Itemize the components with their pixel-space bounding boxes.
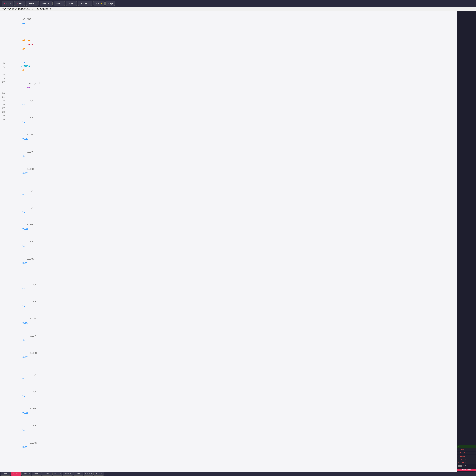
stop-label: Stop <box>6 2 11 5</box>
buffer-tab-2[interactable]: Buffer 2 <box>21 472 32 476</box>
code-line: play 64 <box>6 94 454 111</box>
code-content: 5 6 7 8 9 20 21 22 23 24 25 26 27 28 29 … <box>0 11 457 472</box>
code-line: sleep 0.25 <box>6 437 454 454</box>
buffer-tab-3[interactable]: Buffer 3 <box>32 472 42 476</box>
code-line: play 67 <box>6 295 454 312</box>
save-icon: ♡ <box>34 2 36 5</box>
code-line: play 64 <box>6 278 454 295</box>
buffer-tab-5[interactable]: Buffer 5 <box>52 472 63 476</box>
code-line: define :play_a do <box>6 34 454 56</box>
code-line: play 67 <box>6 111 454 128</box>
line-numbers: 5 6 7 8 9 20 21 22 23 24 25 26 27 28 29 … <box>0 13 6 470</box>
log-text: └ sy <box>458 446 462 448</box>
buffer-tabs: Buffer 0Buffer 1Buffer 2Buffer 3Buffer 4… <box>0 472 476 476</box>
size-plus-label: Size <box>68 2 73 5</box>
buffer-tab-9[interactable]: Buffer 9 <box>94 472 104 476</box>
stop-icon: ■ <box>4 2 5 5</box>
code-line <box>6 270 454 274</box>
scope-label: Scope <box>80 2 87 5</box>
log-item: ⇒ Stop <box>458 448 476 451</box>
plus-icon: + <box>73 2 75 5</box>
code-line: play 64 <box>6 184 454 201</box>
file-title: ひさびさ練習_20200815_2 _20200821_1 <box>1 8 51 11</box>
buffer-tab-1[interactable]: Buffer 1 <box>11 472 21 476</box>
minus-icon: − <box>61 2 63 5</box>
code-line: play 62 <box>6 146 454 163</box>
cue-box <box>458 465 462 467</box>
loop-line-label: Loop/line <box>462 469 471 471</box>
rec-icon: ● <box>17 2 18 5</box>
buffer-tab-8[interactable]: Buffer 8 <box>84 472 94 476</box>
code-line: sleep 0.25 <box>6 402 454 420</box>
info-label: Info <box>96 2 100 5</box>
info-button[interactable]: Info ★ <box>93 1 104 6</box>
code-line: use_synth :piano <box>6 77 454 94</box>
loop-line-button[interactable]: Loop/line <box>458 469 476 471</box>
code-line <box>6 364 454 368</box>
cue-label: Cue <box>463 465 466 467</box>
code-line: play 62 <box>6 236 454 253</box>
right-sidebar: └ sy ⇒ Stop ⇒ Stop/ ⇒ Compl ⇒ All ru ⇒ P… <box>457 11 476 472</box>
star-icon: ★ <box>100 2 102 5</box>
code-line: play 62 <box>6 330 454 347</box>
code-line <box>6 30 454 34</box>
code-line: sleep 0.25 <box>6 312 454 330</box>
save-button[interactable]: Save ♡ <box>26 1 39 6</box>
size-minus-label: Size <box>56 2 60 5</box>
help-button[interactable]: Help <box>105 1 115 6</box>
code-line: play 62 <box>6 420 454 437</box>
buffer-tab-0[interactable]: Buffer 0 <box>1 472 11 476</box>
code-line: sleep 0.25 <box>6 218 454 236</box>
size-minus-button[interactable]: Size − <box>53 1 65 6</box>
log-item: ⇒ Stop/ <box>458 452 476 454</box>
scope-button[interactable]: Scope 〜 <box>78 1 92 6</box>
code-editor[interactable]: 5 6 7 8 9 20 21 22 23 24 25 26 27 28 29 … <box>0 11 457 472</box>
load-label: Load <box>42 2 47 5</box>
load-button[interactable]: Load 🗂 <box>40 1 52 6</box>
log-text: ⇒ Stop <box>458 449 464 451</box>
buffer-tab-7[interactable]: Buffer 7 <box>73 472 83 476</box>
rec-label: Rec <box>18 2 23 5</box>
log-text: ⇒ Stop/ <box>458 452 465 454</box>
code-line: 2 .times do <box>6 56 454 77</box>
code-line: sleep 0.25 <box>6 128 454 146</box>
log-item: └ sy <box>458 445 476 448</box>
help-label: Help <box>108 2 113 5</box>
buffer-tab-4[interactable]: Buffer 4 <box>42 472 52 476</box>
log-item: ⇒ Pausin <box>458 461 476 464</box>
code-line <box>6 274 454 278</box>
code-line <box>6 180 454 184</box>
log-text: ⇒ All ru <box>458 459 466 460</box>
scope-icon: 〜 <box>88 2 90 5</box>
file-title-bar: ひさびさ練習_20200815_2 _20200821_1 <box>0 7 476 11</box>
buffer-tab-6[interactable]: Buffer 6 <box>63 472 73 476</box>
log-item: ⇒ All ru <box>458 458 476 461</box>
toolbar: ■ Stop ● Rec Save ♡ Load 🗂 Size − Size +… <box>0 0 476 7</box>
code-line: play 64 <box>6 368 454 385</box>
load-icon: 🗂 <box>48 2 50 5</box>
stop-button[interactable]: ■ Stop <box>1 1 13 6</box>
code-line: sleep 0.25 <box>6 347 454 364</box>
log-text: ⇒ Pausin <box>458 462 466 463</box>
code-line: play 67 <box>6 385 454 402</box>
log-panel: └ sy ⇒ Stop ⇒ Stop/ ⇒ Compl ⇒ All ru ⇒ P… <box>457 11 476 468</box>
log-text: ⇒ Compl <box>458 455 465 457</box>
code-lines[interactable]: use_bpm 44 define :play_a do 2 .times do <box>6 13 457 470</box>
code-line: sleep 0.25 <box>6 163 454 180</box>
code-line: sleep 0.25 <box>6 253 454 270</box>
code-line: play 67 <box>6 201 454 218</box>
size-plus-button[interactable]: Size + <box>66 1 77 6</box>
code-line: use_bpm 44 <box>6 13 454 30</box>
main-area: 5 6 7 8 9 20 21 22 23 24 25 26 27 28 29 … <box>0 11 476 472</box>
cue-area: Cue <box>458 464 476 468</box>
rec-button[interactable]: ● Rec <box>14 1 25 6</box>
save-label: Save <box>28 2 34 5</box>
log-item: ⇒ Compl <box>458 455 476 458</box>
